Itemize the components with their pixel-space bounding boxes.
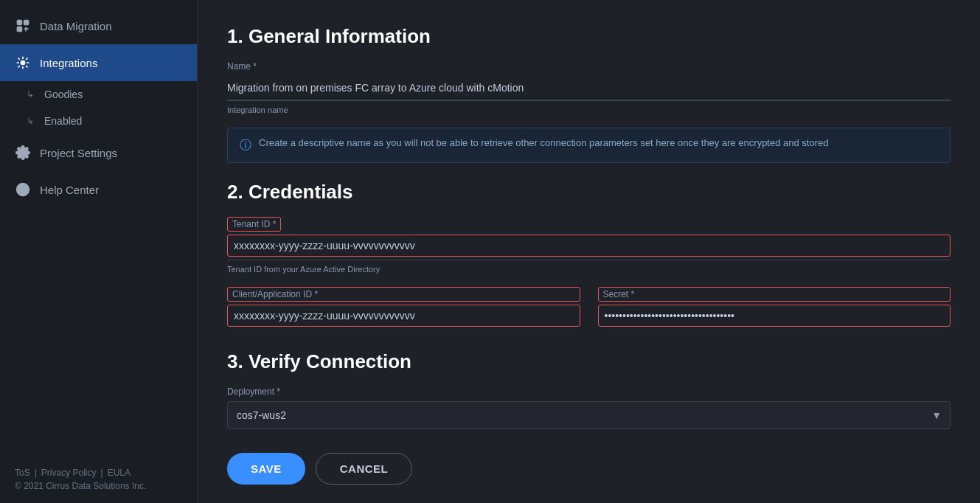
tenant-id-input[interactable] <box>227 235 951 257</box>
client-id-input[interactable] <box>227 305 580 327</box>
sidebar-item-help-center[interactable]: Help Center <box>0 171 197 208</box>
tos-link[interactable]: ToS <box>15 468 30 478</box>
sidebar: Data Migration Integrations ↳ Goodies ↳ … <box>0 0 198 503</box>
sidebar-item-enabled[interactable]: ↳ Enabled <box>0 108 197 134</box>
settings-icon <box>15 145 31 161</box>
name-sub-label: Integration name <box>227 105 951 114</box>
sidebar-sub-label: Goodies <box>44 89 83 100</box>
sidebar-item-label: Help Center <box>40 184 99 196</box>
client-id-group: Client/Application ID * <box>227 287 580 327</box>
secret-label: Secret * <box>598 287 951 302</box>
privacy-link[interactable]: Privacy Policy <box>41 468 97 478</box>
info-icon: ⓘ <box>240 138 251 153</box>
deployment-select-wrapper: cos7-wus2 cos7-eus2 cos7-weu ▼ <box>227 401 951 429</box>
sidebar-item-label: Data Migration <box>40 20 112 32</box>
sidebar-item-integrations[interactable]: Integrations <box>0 44 197 81</box>
eula-link[interactable]: EULA <box>108 468 131 478</box>
deployment-form-group: Deployment * cos7-wus2 cos7-eus2 cos7-we… <box>227 386 951 429</box>
secret-input[interactable] <box>598 305 951 327</box>
name-form-group: Name * Integration name <box>227 61 951 114</box>
name-input[interactable] <box>227 76 951 100</box>
button-row: SAVE CANCEL <box>227 453 951 485</box>
footer-links: ToS | Privacy Policy | EULA <box>15 468 182 478</box>
sidebar-footer: ToS | Privacy Policy | EULA © 2021 Cirru… <box>0 456 197 503</box>
svg-rect-2 <box>18 27 22 32</box>
sidebar-item-label: Integrations <box>40 57 97 69</box>
svg-rect-0 <box>18 21 22 25</box>
help-icon <box>15 181 31 198</box>
section1-header: 1. General Information <box>227 25 951 48</box>
svg-point-3 <box>21 61 25 65</box>
arrow-icon: ↳ <box>27 89 34 100</box>
tenant-id-form-group: Tenant ID * Tenant ID from your Azure Ac… <box>227 217 951 274</box>
svg-rect-1 <box>24 21 29 25</box>
data-migration-icon <box>15 18 31 34</box>
copyright-text: © 2021 Cirrus Data Solutions Inc. <box>15 481 182 491</box>
sidebar-item-goodies[interactable]: ↳ Goodies <box>0 81 197 108</box>
name-label: Name * <box>227 61 951 72</box>
credentials-two-col: Client/Application ID * Secret * <box>227 287 951 327</box>
integrations-icon <box>15 55 31 71</box>
cancel-button[interactable]: CANCEL <box>316 453 413 485</box>
sidebar-item-label: Project Settings <box>40 147 117 159</box>
section2-header: 2. Credentials <box>227 181 951 204</box>
section3-header: 3. Verify Connection <box>227 350 951 373</box>
secret-group: Secret * <box>598 287 951 327</box>
tenant-id-label: Tenant ID * <box>227 217 281 232</box>
main-content: 1. General Information Name * Integratio… <box>198 0 980 503</box>
deployment-label: Deployment * <box>227 386 951 397</box>
deployment-select[interactable]: cos7-wus2 cos7-eus2 cos7-weu <box>227 401 951 429</box>
sidebar-item-data-migration[interactable]: Data Migration <box>0 7 197 44</box>
arrow-icon: ↳ <box>27 116 34 126</box>
tenant-id-sub-label: Tenant ID from your Azure Active Directo… <box>227 265 951 274</box>
save-button[interactable]: SAVE <box>227 453 305 485</box>
sidebar-sub-label: Enabled <box>44 115 82 127</box>
info-box: ⓘ Create a descriptive name as you will … <box>227 128 951 163</box>
sidebar-item-project-settings[interactable]: Project Settings <box>0 134 197 171</box>
client-id-label: Client/Application ID * <box>227 287 580 302</box>
info-text: Create a descriptive name as you will no… <box>259 137 829 148</box>
